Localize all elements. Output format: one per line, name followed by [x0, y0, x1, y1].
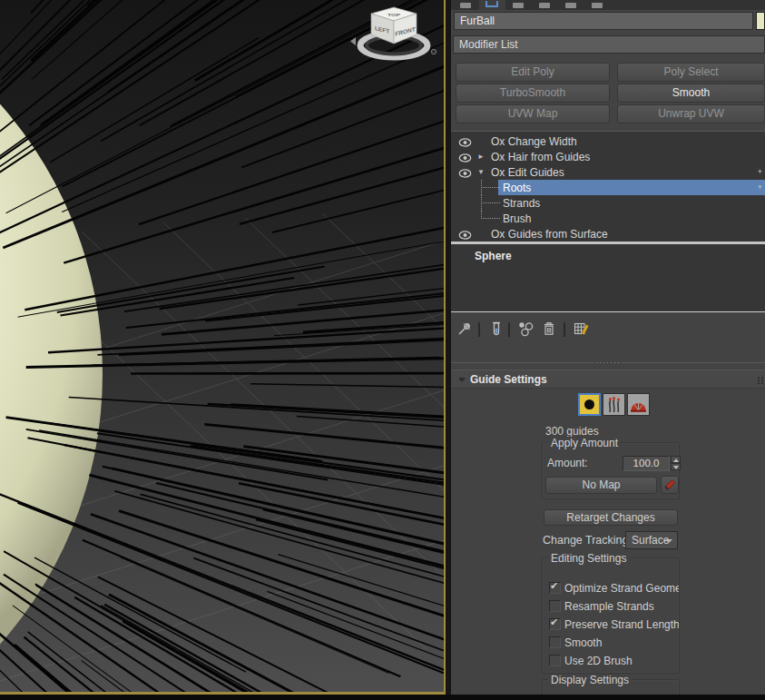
command-panel: FurBall Modifier List Edit Poly Poly Sel…: [451, 0, 765, 695]
checkbox-label: Optimize Strand Geometry: [564, 582, 680, 595]
retarget-changes-button[interactable]: Retarget Changes: [544, 509, 678, 526]
spinner-down-icon[interactable]: [671, 463, 681, 470]
display-icon: [565, 3, 576, 8]
visibility-eye-icon[interactable]: [458, 153, 472, 162]
smooth-button[interactable]: Smooth: [617, 84, 765, 103]
stack-item-label: Brush: [503, 212, 531, 225]
pin-stack-icon[interactable]: [456, 320, 475, 339]
root-mode-icon[interactable]: [578, 393, 601, 416]
check-icon: ✔: [550, 580, 558, 592]
amount-spinner-field[interactable]: 100.0: [623, 456, 670, 471]
rollout-drag-handle-icon[interactable]: [758, 377, 760, 379]
stack-item-label: Sphere: [475, 250, 512, 262]
modifier-list-dropdown[interactable]: Modifier List: [453, 35, 765, 54]
preserve-strand-length-checkbox[interactable]: ✔: [549, 618, 561, 630]
guide-settings-rollout-header[interactable]: Guide Settings: [451, 370, 765, 389]
command-panel-tabs: [451, 0, 765, 10]
tab-utilities[interactable]: [584, 0, 611, 10]
stack-plus-mark: +: [758, 182, 762, 192]
expand-open-icon[interactable]: ▼: [477, 168, 485, 177]
visibility-eye-icon[interactable]: [458, 137, 472, 146]
stack-row-ox-change-width[interactable]: Ox Change Width: [451, 133, 765, 149]
no-map-button[interactable]: No Map: [545, 477, 657, 494]
tab-modify[interactable]: [479, 0, 505, 10]
tab-display[interactable]: [558, 0, 584, 10]
strand-mode-icon[interactable]: [603, 393, 625, 416]
remove-modifier-icon[interactable]: [541, 320, 559, 339]
toolbar-separator: [564, 322, 565, 337]
stack-row-ox-hair-from-guides[interactable]: ► Ox Hair from Guides: [451, 149, 765, 164]
dropdown-value: Surface: [632, 534, 669, 547]
max-window: TOP LEFT FRONT FurBall Modifier List Edi…: [0, 0, 765, 700]
object-color-swatch[interactable]: [756, 12, 765, 30]
unwrap-uvw-button[interactable]: Unwrap UVW: [617, 104, 765, 123]
modifier-stack: Ox Change Width ► Ox Hair from Guides ▼ …: [451, 131, 765, 312]
uvw-map-button[interactable]: UVW Map: [456, 104, 610, 123]
stack-item-label: Ox Hair from Guides: [491, 151, 590, 163]
object-name-input[interactable]: FurBall: [454, 12, 753, 30]
expand-collapsed-icon[interactable]: ►: [477, 153, 485, 162]
sphere-object: [0, 0, 103, 692]
optimize-strand-geometry-checkbox[interactable]: ✔: [549, 582, 561, 594]
spinner-up-icon[interactable]: [671, 456, 681, 463]
use-2d-brush-checkbox[interactable]: ✔: [549, 655, 561, 666]
display-settings-group-label: Display Settings: [548, 674, 632, 686]
toolbar-separator: [478, 322, 480, 337]
change-tracking-dropdown[interactable]: Surface: [625, 531, 678, 549]
make-unique-icon[interactable]: [517, 320, 535, 339]
viewcube-option-dot[interactable]: [431, 49, 436, 54]
window-bottom-edge: [0, 695, 765, 700]
tree-line: [481, 187, 500, 188]
root-dot-glyph: [584, 399, 594, 409]
chevron-down-icon: [665, 539, 672, 543]
editing-settings-group: ✔ Optimize Strand Geometry ✔ Resample St…: [542, 557, 680, 674]
stack-toolbar: [451, 318, 765, 341]
resample-strands-checkbox[interactable]: ✔: [549, 600, 561, 612]
tree-line: [481, 218, 500, 219]
stack-row-strands-subobject[interactable]: Strands: [451, 195, 765, 211]
viewport-render: [0, 0, 444, 692]
stack-row-ox-guides-from-surface[interactable]: Ox Guides from Surface: [451, 226, 765, 242]
map-flag-icon: [662, 478, 677, 492]
rollout-title: Guide Settings: [470, 373, 547, 386]
stack-plus-mark: +: [758, 167, 762, 176]
tab-create[interactable]: [453, 0, 479, 10]
viewcube[interactable]: TOP LEFT FRONT: [347, 3, 445, 71]
stack-item-label: Strands: [503, 197, 540, 210]
apply-amount-group-label: Apply Amount: [548, 437, 621, 449]
brush-mode-icon[interactable]: [627, 393, 650, 416]
change-tracking-label: Change Tracking:: [543, 534, 632, 547]
amount-label: Amount:: [547, 457, 588, 469]
tab-motion[interactable]: [532, 0, 558, 10]
modify-icon: [485, 1, 498, 7]
viewcube-rotate-arrow-icon[interactable]: [350, 37, 356, 45]
visibility-eye-icon[interactable]: [458, 168, 472, 177]
viewcube-top-label[interactable]: TOP: [387, 14, 401, 17]
stack-row-ox-edit-guides[interactable]: ▼ Ox Edit Guides +: [451, 164, 765, 180]
tab-hierarchy[interactable]: [505, 0, 532, 10]
check-icon: ✔: [550, 616, 558, 628]
stack-row-brush-subobject[interactable]: Brush: [451, 211, 765, 226]
create-icon: [460, 3, 471, 8]
show-end-result-icon[interactable]: [488, 320, 506, 339]
stack-row-sphere-base[interactable]: Sphere: [451, 248, 765, 263]
rollout-resize-handle[interactable]: ·······: [594, 360, 622, 366]
editing-settings-group-label: Editing Settings: [548, 552, 629, 565]
map-enable-toggle[interactable]: [661, 476, 679, 494]
amount-spinner-arrows: [671, 456, 681, 471]
toolbar-separator: [508, 322, 510, 337]
stack-item-label: Ox Change Width: [491, 135, 577, 148]
stack-separator: [451, 242, 765, 244]
perspective-viewport[interactable]: TOP LEFT FRONT: [0, 0, 446, 695]
stack-item-label: Ox Guides from Surface: [491, 228, 608, 241]
turbosmooth-button[interactable]: TurboSmooth: [456, 84, 610, 103]
tree-line: [481, 202, 500, 203]
checkbox-label: Resample Strands: [564, 600, 654, 613]
visibility-eye-icon[interactable]: [458, 230, 472, 239]
smooth-checkbox[interactable]: ✔: [549, 636, 561, 648]
stack-item-label: Roots: [503, 182, 531, 194]
stack-row-roots-subobject[interactable]: Roots +: [451, 180, 765, 195]
configure-modifier-sets-icon[interactable]: [573, 320, 591, 339]
poly-select-button[interactable]: Poly Select: [617, 63, 765, 82]
edit-poly-button[interactable]: Edit Poly: [456, 63, 610, 82]
